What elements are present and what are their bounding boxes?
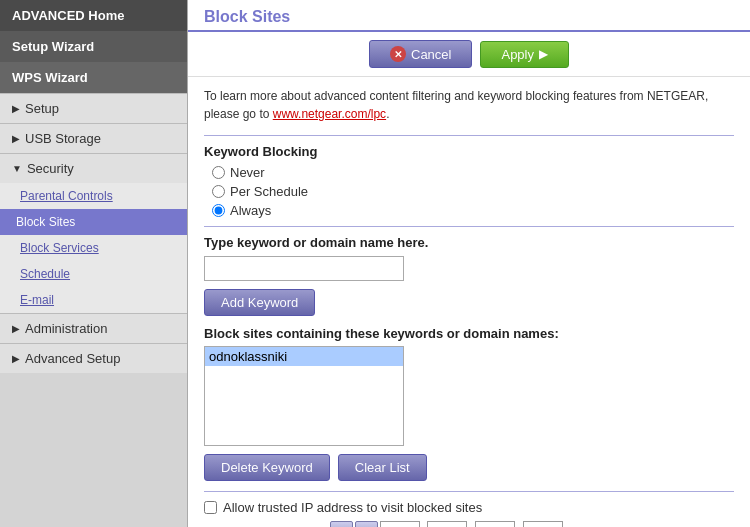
usb-arrow-icon: ▶ xyxy=(12,133,20,144)
sidebar-item-setup[interactable]: ▶ Setup xyxy=(0,94,187,123)
cancel-button[interactable]: ✕ Cancel xyxy=(369,40,472,68)
radio-per-schedule[interactable]: Per Schedule xyxy=(212,184,734,199)
info-text-line1: To learn more about advanced content fil… xyxy=(204,89,708,103)
trusted-ip-checkbox-row: Allow trusted IP address to visit blocke… xyxy=(204,491,734,515)
apply-arrow-icon: ▶ xyxy=(539,47,548,61)
radio-per-schedule-label: Per Schedule xyxy=(230,184,308,199)
sidebar-item-security[interactable]: ▼ Security xyxy=(0,154,187,183)
sidebar-item-setup-label: Setup xyxy=(25,101,59,116)
sidebar-item-usb-storage[interactable]: ▶ USB Storage xyxy=(0,124,187,153)
ip-field-4[interactable] xyxy=(523,521,563,527)
keyword-input[interactable] xyxy=(204,256,404,281)
radio-never-label: Never xyxy=(230,165,265,180)
radio-always[interactable]: Always xyxy=(212,203,734,218)
sidebar-section-usb-storage: ▶ USB Storage xyxy=(0,123,187,153)
sidebar-item-parental-controls[interactable]: Parental Controls xyxy=(0,183,187,209)
sidebar-section-advanced-setup: ▶ Advanced Setup xyxy=(0,343,187,373)
sidebar-item-administration[interactable]: ▶ Administration xyxy=(0,314,187,343)
sidebar-section-administration: ▶ Administration xyxy=(0,313,187,343)
cancel-x-icon: ✕ xyxy=(390,46,406,62)
apply-label: Apply xyxy=(501,47,534,62)
info-text-line2: please go to xyxy=(204,107,269,121)
radio-always-input[interactable] xyxy=(212,204,225,217)
sidebar-item-wps-wizard[interactable]: WPS Wizard xyxy=(0,62,187,93)
setup-arrow-icon: ▶ xyxy=(12,103,20,114)
block-sites-label: Block sites containing these keywords or… xyxy=(204,326,734,341)
sidebar-section-security: ▼ Security Parental Controls Block Sites… xyxy=(0,153,187,313)
toolbar: ✕ Cancel Apply ▶ xyxy=(188,32,750,77)
radio-never-input[interactable] xyxy=(212,166,225,179)
sidebar-item-schedule[interactable]: Schedule xyxy=(0,261,187,287)
ip-field-1[interactable] xyxy=(380,521,420,527)
keyword-list[interactable]: odnoklassniki xyxy=(204,346,404,446)
info-text: To learn more about advanced content fil… xyxy=(204,87,734,123)
clear-list-button[interactable]: Clear List xyxy=(338,454,427,481)
sidebar-item-administration-label: Administration xyxy=(25,321,107,336)
sidebar: ADVANCED Home Setup Wizard WPS Wizard ▶ … xyxy=(0,0,188,527)
security-subsection: Parental Controls Block Sites Block Serv… xyxy=(0,183,187,313)
ip-input-group: ◀ ▶ . . . xyxy=(330,521,563,527)
sidebar-item-security-label: Security xyxy=(27,161,74,176)
apply-button[interactable]: Apply ▶ xyxy=(480,41,569,68)
sidebar-item-advanced-setup-label: Advanced Setup xyxy=(25,351,120,366)
admin-arrow-icon: ▶ xyxy=(12,323,20,334)
trusted-ip-row: Trusted IP Address ◀ ▶ . . . xyxy=(204,521,734,527)
keyword-list-item[interactable]: odnoklassniki xyxy=(205,347,403,366)
radio-always-label: Always xyxy=(230,203,271,218)
delete-keyword-button[interactable]: Delete Keyword xyxy=(204,454,330,481)
type-keyword-label: Type keyword or domain name here. xyxy=(204,235,734,250)
sidebar-item-email[interactable]: E-mail xyxy=(0,287,187,313)
ip-field-3[interactable] xyxy=(475,521,515,527)
sidebar-item-advanced-setup[interactable]: ▶ Advanced Setup xyxy=(0,344,187,373)
ip-dot-2: . xyxy=(469,524,473,528)
advanced-setup-arrow-icon: ▶ xyxy=(12,353,20,364)
divider-1 xyxy=(204,135,734,136)
keyword-blocking-label: Keyword Blocking xyxy=(204,144,734,159)
trusted-ip-checkbox[interactable] xyxy=(204,501,217,514)
sidebar-item-advanced-home[interactable]: ADVANCED Home xyxy=(0,0,187,31)
radio-group: Never Per Schedule Always xyxy=(212,165,734,218)
sidebar-item-usb-label: USB Storage xyxy=(25,131,101,146)
info-link[interactable]: www.netgear.com/lpc xyxy=(273,107,386,121)
cancel-label: Cancel xyxy=(411,47,451,62)
content-area: To learn more about advanced content fil… xyxy=(188,77,750,527)
sidebar-section-setup: ▶ Setup xyxy=(0,93,187,123)
main-content: Block Sites ✕ Cancel Apply ▶ To learn mo… xyxy=(188,0,750,527)
ip-nav-next[interactable]: ▶ xyxy=(355,521,378,527)
trusted-ip-label: Trusted IP Address xyxy=(204,524,322,528)
page-title: Block Sites xyxy=(188,0,750,32)
ip-dot-3: . xyxy=(517,524,521,528)
ip-dot-1: . xyxy=(422,524,426,528)
radio-never[interactable]: Never xyxy=(212,165,734,180)
radio-per-schedule-input[interactable] xyxy=(212,185,225,198)
ip-field-2[interactable] xyxy=(427,521,467,527)
ip-nav-prev[interactable]: ◀ xyxy=(330,521,353,527)
trusted-ip-checkbox-label: Allow trusted IP address to visit blocke… xyxy=(223,500,482,515)
security-arrow-icon: ▼ xyxy=(12,163,22,174)
add-keyword-button[interactable]: Add Keyword xyxy=(204,289,315,316)
divider-2 xyxy=(204,226,734,227)
keyword-action-buttons: Delete Keyword Clear List xyxy=(204,454,734,481)
sidebar-item-setup-wizard[interactable]: Setup Wizard xyxy=(0,31,187,62)
sidebar-item-block-services[interactable]: Block Services xyxy=(0,235,187,261)
sidebar-item-block-sites[interactable]: Block Sites xyxy=(0,209,187,235)
